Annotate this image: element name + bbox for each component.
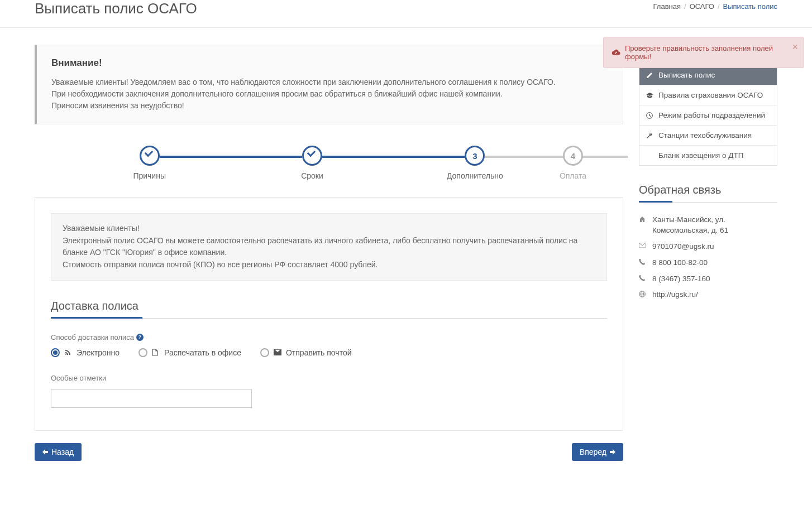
breadcrumb-current: Выписать полис xyxy=(723,2,777,11)
step-label: Дополнительно xyxy=(394,171,556,180)
menu-label: Бланк извещения о ДТП xyxy=(658,151,743,160)
contact-email[interactable]: 9701070@ugsk.ru xyxy=(639,242,777,252)
contact-phone2[interactable]: 8 (3467) 357-160 xyxy=(639,274,777,285)
contact-list: Ханты-Мансийск, ул. Комсомольская, д. 61… xyxy=(639,215,777,300)
next-button[interactable]: Вперед xyxy=(572,443,623,461)
step-terms[interactable]: Сроки xyxy=(231,146,393,180)
notice-line: Приносим извинения за неудобство! xyxy=(51,100,608,112)
back-button-label: Назад xyxy=(51,448,74,456)
notice-line: При необходимости заключения дополнитель… xyxy=(51,88,608,100)
delivery-section-title: Доставка полиса xyxy=(51,300,607,319)
menu-item-accident-form[interactable]: Бланк извещения о ДТП xyxy=(639,146,777,165)
warning-notice: Внимание! Уважаемые клиенты! Уведомляем … xyxy=(35,45,623,124)
radio-icon xyxy=(138,348,147,357)
step-additional[interactable]: 3 Дополнительно xyxy=(394,146,556,180)
special-notes-input[interactable] xyxy=(51,389,252,408)
info-line: Электронный полис ОСАГО вы можете самост… xyxy=(63,235,595,259)
menu-item-rules[interactable]: Правила страхования ОСАГО xyxy=(639,85,777,105)
check-icon xyxy=(308,151,317,160)
clock-icon xyxy=(646,112,654,119)
next-button-label: Вперед xyxy=(580,448,606,456)
home-icon xyxy=(639,216,647,236)
special-notes-label: Особые отметки xyxy=(51,374,607,382)
form-panel: Уважаемые клиенты! Электронный полис ОСА… xyxy=(35,197,623,431)
info-subnotice: Уважаемые клиенты! Электронный полис ОСА… xyxy=(51,213,607,281)
cloud-error-icon xyxy=(612,49,620,56)
breadcrumb-sep: / xyxy=(718,2,720,11)
option-label: Распечатать в офисе xyxy=(164,348,241,357)
menu-item-hours[interactable]: Режим работы подразделений xyxy=(639,105,777,126)
delivery-option-electronic[interactable]: Электронно xyxy=(51,348,120,357)
notice-heading: Внимание! xyxy=(51,57,608,69)
page-title: Выписать полис ОСАГО xyxy=(35,0,197,17)
breadcrumb-sep: / xyxy=(684,2,686,11)
step-payment: 4 Оплата xyxy=(556,146,590,180)
delivery-method-group: Электронно Распечатать в офисе xyxy=(51,348,607,357)
info-line: Стоимость отправки полиса почтой (КПО) в… xyxy=(63,259,595,271)
option-label: Электронно xyxy=(77,348,120,357)
help-icon[interactable]: ? xyxy=(136,334,144,341)
back-button[interactable]: Назад xyxy=(35,443,82,461)
contact-site[interactable]: http://ugsk.ru/ xyxy=(639,290,777,300)
rss-icon xyxy=(64,349,72,356)
delivery-option-mail[interactable]: Отправить почтой xyxy=(260,348,352,357)
phone-icon xyxy=(639,259,647,268)
delivery-method-label: Способ доставки полиса ? xyxy=(51,333,607,341)
option-label: Отправить почтой xyxy=(286,348,352,357)
menu-label: Правила страхования ОСАГО xyxy=(658,91,763,99)
info-line: Уважаемые клиенты! xyxy=(63,223,595,235)
close-toast-button[interactable]: × xyxy=(792,42,798,52)
breadcrumb-home[interactable]: Главная xyxy=(653,2,681,11)
delivery-option-office[interactable]: Распечатать в офисе xyxy=(138,348,241,357)
menu-item-issue[interactable]: Выписать полис xyxy=(639,65,777,85)
breadcrumb-osago[interactable]: ОСАГО xyxy=(690,2,714,11)
envelope-icon xyxy=(639,243,647,252)
menu-label: Станции техобслуживания xyxy=(658,131,752,139)
error-toast: Проверьте правильность заполнения полей … xyxy=(603,37,804,68)
step-label: Причины xyxy=(68,171,231,180)
contact-phone1[interactable]: 8 800 100-82-00 xyxy=(639,258,777,268)
progress-stepper: Причины Сроки 3 Дополнительно 4 Оплата xyxy=(68,146,590,180)
notice-line: Уважаемые клиенты! Уведомляем вас о том,… xyxy=(51,76,608,88)
contact-title: Обратная связь xyxy=(639,184,777,203)
step-label: Оплата xyxy=(556,171,590,180)
graduation-icon xyxy=(646,93,654,98)
contact-address: Ханты-Мансийск, ул. Комсомольская, д. 61 xyxy=(639,215,777,236)
globe-icon xyxy=(639,291,647,300)
step-label: Сроки xyxy=(231,171,393,180)
check-icon xyxy=(145,151,154,160)
arrow-left-icon xyxy=(42,449,48,455)
menu-label: Режим работы подразделений xyxy=(658,111,765,119)
step-reasons[interactable]: Причины xyxy=(68,146,231,180)
error-toast-text: Проверьте правильность заполнения полей … xyxy=(625,44,784,61)
envelope-icon xyxy=(274,349,281,355)
menu-item-service[interactable]: Станции техобслуживания xyxy=(639,126,777,146)
phone-icon xyxy=(639,275,647,285)
radio-icon xyxy=(51,348,60,357)
radio-icon xyxy=(260,348,269,357)
breadcrumb: Главная / ОСАГО / Выписать полис xyxy=(653,2,777,11)
edit-icon xyxy=(646,72,654,79)
menu-label: Выписать полис xyxy=(658,71,715,79)
file-icon xyxy=(152,349,160,356)
wrench-icon xyxy=(646,132,654,139)
arrow-right-icon xyxy=(610,449,615,455)
